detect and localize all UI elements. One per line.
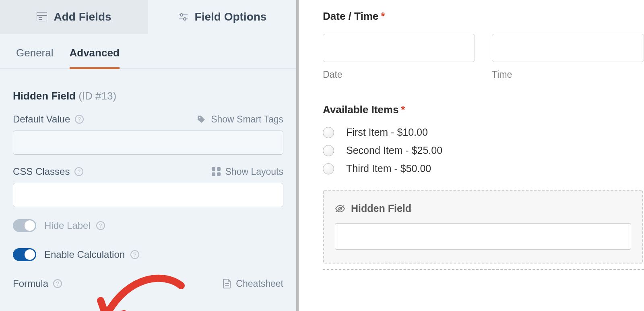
svg-rect-10 [217, 167, 221, 171]
css-classes-label: CSS Classes [13, 166, 70, 177]
show-layouts-link[interactable]: Show Layouts [212, 166, 283, 177]
css-classes-input[interactable] [13, 183, 283, 207]
show-layouts-label: Show Layouts [225, 166, 283, 177]
formula-label: Formula [13, 278, 48, 289]
formula-block: Formula ? Cheatsheet [13, 278, 283, 289]
hide-label-text: Hide Label [44, 220, 91, 231]
svg-rect-11 [212, 172, 215, 176]
radio-label: First Item - $10.00 [346, 126, 428, 138]
help-icon[interactable]: ? [75, 115, 84, 124]
eye-off-icon [335, 205, 345, 213]
form-preview: Date / Time* Date Time Available Items* [299, 0, 644, 311]
field-options-panel: Hidden Field (ID #13) Default Value ? Sh… [0, 69, 296, 301]
sidebar: Add Fields Field Options General Advance… [0, 0, 299, 311]
cheatsheet-label: Cheatsheet [236, 278, 283, 289]
radio-label: Second Item - $25.00 [346, 145, 442, 156]
required-mark: * [381, 10, 385, 22]
document-icon [223, 279, 231, 288]
datetime-field: Date / Time* Date Time [323, 10, 644, 80]
help-icon[interactable]: ? [53, 279, 62, 288]
hide-label-row: Hide Label ? [13, 219, 283, 232]
add-fields-icon [37, 12, 47, 21]
hidden-field-block[interactable]: Hidden Field [323, 190, 643, 263]
svg-rect-12 [217, 172, 221, 176]
help-icon[interactable]: ? [96, 221, 105, 230]
enable-calc-text: Enable Calculation [44, 249, 125, 260]
tab-add-fields[interactable]: Add Fields [0, 0, 148, 34]
show-smart-tags-label: Show Smart Tags [211, 114, 283, 125]
dashed-divider [323, 269, 644, 270]
tab-field-options-label: Field Options [195, 10, 267, 23]
default-value-input[interactable] [13, 131, 283, 155]
field-header: Hidden Field (ID #13) [13, 90, 283, 102]
svg-point-5 [180, 14, 183, 16]
time-sublabel: Time [492, 69, 644, 80]
svg-point-7 [184, 18, 186, 20]
tag-icon [196, 114, 206, 124]
svg-rect-0 [37, 12, 47, 21]
datetime-label: Date / Time [323, 10, 378, 22]
cheatsheet-link[interactable]: Cheatsheet [223, 278, 283, 289]
hide-label-toggle[interactable] [13, 219, 36, 232]
hidden-field-label: Hidden Field [351, 203, 411, 214]
field-header-id: (ID #13) [78, 90, 116, 102]
radio-icon [323, 145, 334, 156]
items-label: Available Items [323, 104, 398, 116]
subtab-advanced[interactable]: Advanced [70, 47, 120, 69]
enable-calc-row: Enable Calculation ? [13, 248, 283, 261]
tab-field-options[interactable]: Field Options [148, 0, 296, 34]
top-tabs: Add Fields Field Options [0, 0, 296, 34]
radio-icon [323, 127, 334, 138]
layouts-icon [212, 167, 221, 176]
time-input[interactable] [492, 34, 644, 62]
radio-option[interactable]: Third Item - $50.00 [323, 163, 644, 174]
date-input[interactable] [323, 34, 475, 62]
date-sublabel: Date [323, 69, 475, 80]
radio-icon [323, 163, 334, 174]
radio-option[interactable]: First Item - $10.00 [323, 126, 644, 138]
sub-tabs: General Advanced [0, 34, 296, 69]
required-mark: * [401, 104, 405, 116]
svg-rect-9 [212, 167, 215, 171]
available-items-field: Available Items* First Item - $10.00 Sec… [323, 104, 644, 174]
default-value-label: Default Value [13, 114, 70, 125]
default-value-block: Default Value ? Show Smart Tags [13, 114, 283, 155]
show-smart-tags-link[interactable]: Show Smart Tags [196, 114, 283, 125]
hidden-field-input[interactable] [335, 223, 631, 250]
help-icon[interactable]: ? [74, 167, 83, 176]
field-options-icon [178, 12, 188, 21]
css-classes-block: CSS Classes ? Show Layouts [13, 166, 283, 207]
tab-add-fields-label: Add Fields [54, 10, 111, 23]
enable-calc-toggle[interactable] [13, 248, 36, 261]
radio-label: Third Item - $50.00 [346, 163, 431, 174]
help-icon[interactable]: ? [130, 250, 139, 259]
radio-option[interactable]: Second Item - $25.00 [323, 145, 644, 156]
subtab-general[interactable]: General [16, 47, 54, 68]
svg-point-8 [199, 117, 200, 118]
field-header-name: Hidden Field [13, 90, 76, 102]
